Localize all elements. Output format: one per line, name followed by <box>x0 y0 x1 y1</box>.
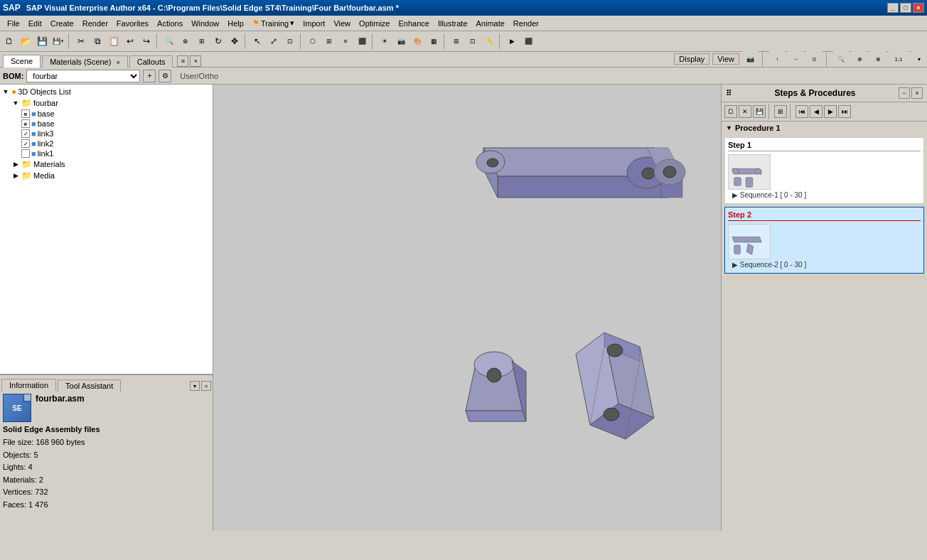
tb-render-full[interactable]: ⬛ <box>520 33 536 49</box>
cb-link3[interactable] <box>21 129 30 138</box>
tb-texture[interactable]: ▦ <box>426 33 441 49</box>
tb-redo[interactable]: ↪ <box>139 33 154 49</box>
tb-measure[interactable]: 📏 <box>481 33 497 49</box>
menu-window[interactable]: Window <box>187 18 223 29</box>
tb-move[interactable]: ⤢ <box>266 33 282 49</box>
tb-group[interactable]: ⬛ <box>354 33 370 49</box>
steps-delete-button[interactable]: ✕ <box>739 105 751 118</box>
fourbar-expand-icon[interactable]: ▼ <box>11 99 20 107</box>
tree-item-materials[interactable]: ▶ 📁 Materials <box>1 158 211 170</box>
menu-render[interactable]: Render <box>78 18 112 29</box>
menu-animate[interactable]: Animate <box>472 18 509 29</box>
view-zoom3[interactable]: ⊗ <box>870 51 886 67</box>
tab-close-button[interactable]: × <box>190 55 201 67</box>
tb-save-all[interactable]: 💾+ <box>50 33 66 49</box>
view-ratio[interactable]: 1:1 <box>889 51 909 67</box>
step-1-item[interactable]: Step 1 <box>724 137 924 204</box>
step-2-item[interactable]: Step 2 ▶ <box>724 207 924 274</box>
tree-item-media[interactable]: ▶ 📁 Media <box>1 170 211 181</box>
tree-item-base-1[interactable]: ■ base <box>1 109 211 119</box>
steps-next-button[interactable]: ▶ <box>824 105 837 118</box>
view-front[interactable]: ↑ <box>769 51 785 67</box>
tb-rotate[interactable]: ↻ <box>210 33 226 49</box>
menu-enhance[interactable]: Enhance <box>394 18 433 29</box>
tb-snap2[interactable]: ⊡ <box>465 33 481 49</box>
steps-panel-close-button[interactable]: × <box>911 87 923 99</box>
steps-prev-button[interactable]: ◀ <box>810 105 822 118</box>
menu-actions[interactable]: Actions <box>153 18 187 29</box>
steps-layout-button[interactable]: ⊞ <box>774 105 787 118</box>
close-button[interactable]: × <box>913 3 924 13</box>
steps-last-button[interactable]: ⏭ <box>838 105 851 118</box>
menu-optimize[interactable]: Optimize <box>355 18 394 29</box>
bom-select[interactable]: fourbar <box>26 70 140 82</box>
cb-base-1[interactable] <box>21 109 30 118</box>
tree-root[interactable]: ▼ ● 3D Objects List <box>1 86 211 97</box>
view-zoom2[interactable]: ⊕ <box>852 51 867 67</box>
tb-distribute[interactable]: ≡ <box>338 33 353 49</box>
viewport[interactable] <box>213 85 721 531</box>
tb-camera[interactable]: 📷 <box>393 33 409 49</box>
tb-undo[interactable]: ↩ <box>122 33 138 49</box>
bom-settings-button[interactable]: ⚙ <box>159 70 171 82</box>
info-panel-pin-button[interactable]: ▾ <box>190 381 200 391</box>
menu-help[interactable]: Help <box>223 18 248 29</box>
tb-material[interactable]: 🎨 <box>409 33 425 49</box>
tb-zoom-select[interactable]: ⊞ <box>194 33 210 49</box>
tb-paste[interactable]: 📋 <box>106 33 122 49</box>
menu-training[interactable]: ⚑ Training ▾ <box>248 17 299 29</box>
view-zoom1[interactable]: 🔍 <box>833 51 849 67</box>
minimize-button[interactable]: _ <box>887 3 899 13</box>
tb-pan[interactable]: ✥ <box>227 33 242 49</box>
media-expand-icon[interactable]: ▶ <box>11 171 20 180</box>
tree-item-base-2[interactable]: ■ base <box>1 119 211 129</box>
tb-open[interactable]: 📂 <box>18 33 33 49</box>
cb-link1[interactable] <box>21 149 30 158</box>
tb-snap[interactable]: ⊡ <box>282 33 298 49</box>
tb-zoom-window[interactable]: 🔍 <box>161 33 177 49</box>
menu-render2[interactable]: Render <box>509 18 543 29</box>
steps-save-button[interactable]: 💾 <box>753 105 766 118</box>
menu-file[interactable]: File <box>3 18 24 29</box>
step-2-sequence[interactable]: ▶ Sequence-2 [ 0 - 30 ] <box>728 259 921 270</box>
tb-light[interactable]: ☀ <box>377 33 392 49</box>
camera-icon-btn[interactable]: 📷 <box>742 51 758 67</box>
steps-new-button[interactable]: 🗋 <box>724 105 737 118</box>
tree-item-link3[interactable]: ■ link3 <box>1 129 211 139</box>
tab-scene[interactable]: Scene <box>3 55 41 68</box>
tb-cut[interactable]: ✂ <box>73 33 89 49</box>
tree-item-link2[interactable]: ■ link2 <box>1 139 211 149</box>
info-panel-close-button[interactable]: × <box>201 381 211 391</box>
tb-zoom-all[interactable]: ⊕ <box>178 33 193 49</box>
menu-create[interactable]: Create <box>46 18 78 29</box>
tb-new[interactable]: 🗋 <box>1 33 17 49</box>
tb-save[interactable]: 💾 <box>34 33 50 49</box>
tb-align[interactable]: ⊞ <box>321 33 337 49</box>
view-button[interactable]: View <box>712 53 739 65</box>
bom-add-button[interactable]: + <box>143 70 156 82</box>
menu-import[interactable]: Import <box>299 18 329 29</box>
tb-grid[interactable]: ⊞ <box>449 33 464 49</box>
info-tab-tool-assistant[interactable]: Tool Assistant <box>58 379 121 392</box>
display-button[interactable]: Display <box>674 53 709 65</box>
tab-callouts[interactable]: Callouts <box>129 55 173 68</box>
menu-favorites[interactable]: Favorites <box>112 18 153 29</box>
tb-copy[interactable]: ⧉ <box>90 33 105 49</box>
view-arrow[interactable]: ▾ <box>911 51 927 67</box>
tb-render-quick[interactable]: ▶ <box>504 33 520 49</box>
view-top[interactable]: ⊙ <box>806 51 822 67</box>
info-tab-information[interactable]: Information <box>1 379 56 392</box>
tree-item-link1[interactable]: ■ link1 <box>1 149 211 158</box>
view-side[interactable]: → <box>788 51 803 67</box>
step-1-sequence[interactable]: ▶ Sequence-1 [ 0 - 30 ] <box>728 190 921 200</box>
tree-item-fourbar[interactable]: ▼ 📁 fourbar <box>1 97 211 109</box>
title-bar-controls[interactable]: _ □ × <box>887 3 924 13</box>
maximize-button[interactable]: □ <box>900 3 911 13</box>
procedure-1-header[interactable]: ▼ Procedure 1 <box>722 122 927 134</box>
cb-base-2[interactable] <box>21 119 30 128</box>
menu-illustrate[interactable]: Illustrate <box>434 18 472 29</box>
materials-expand-icon[interactable]: ▶ <box>11 160 20 168</box>
cb-link2[interactable] <box>21 139 30 148</box>
tab-materials[interactable]: Materials (Scene) × <box>42 55 128 68</box>
steps-panel-pin-button[interactable]: − <box>899 87 910 99</box>
